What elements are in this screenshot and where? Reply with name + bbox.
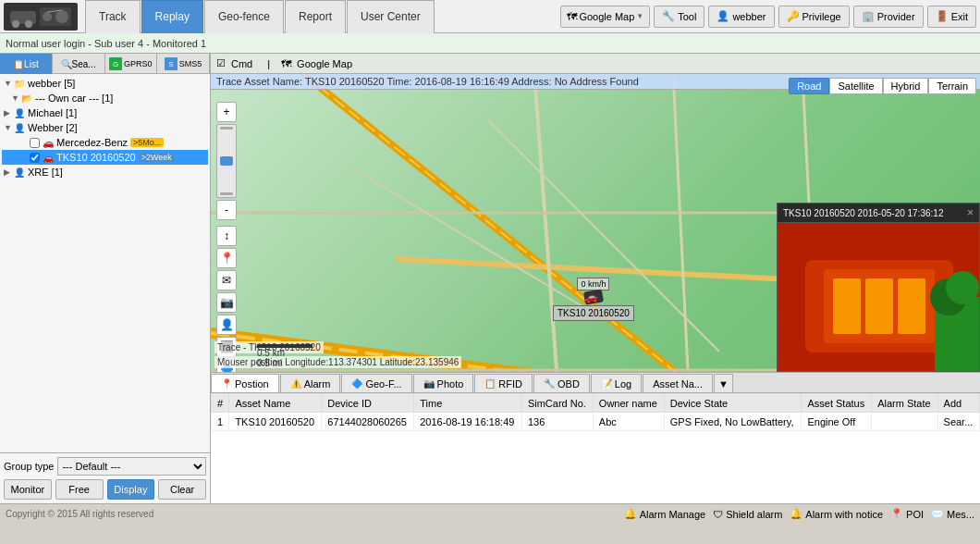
tab-rfid[interactable]: 📋 RFID	[474, 374, 533, 392]
clear-button[interactable]: Clear	[158, 479, 206, 500]
left-tab-sms[interactable]: S SMS5	[157, 54, 210, 74]
left-tab-gprs[interactable]: G GPRS0	[105, 54, 158, 74]
expand-xre[interactable]: ▶	[4, 167, 13, 177]
photo-popup-title: TKS10 20160520 2016-05-20 17:36:12 ×	[778, 204, 979, 223]
sms-icon: S	[165, 57, 178, 70]
tree-item-webber2[interactable]: ▼ 👤 Webber [2]	[2, 120, 208, 135]
tree-item-webber[interactable]: ▼ 📁 webber [5]	[2, 76, 208, 91]
add-column-icon: ▼	[718, 378, 729, 389]
tab-position[interactable]: 📍 Postion	[211, 374, 279, 392]
cmd-map-icon: 🗺	[281, 58, 291, 69]
tab-replay[interactable]: Replay	[141, 0, 203, 33]
folder-icon: 📁	[13, 77, 26, 90]
col-num: #	[212, 394, 229, 413]
expand-webber2[interactable]: ▼	[4, 123, 13, 132]
monitor-button[interactable]: Monitor	[4, 479, 52, 500]
col-simcard[interactable]: SimCard No.	[521, 394, 593, 413]
left-tab-search[interactable]: 🔍 Sea...	[53, 54, 105, 74]
checkbox-tks10[interactable]	[30, 153, 40, 163]
slider-thumb[interactable]	[220, 156, 233, 166]
user-button[interactable]: 👤 webber	[708, 6, 774, 28]
car-icon-mercedez: 🚗	[42, 136, 55, 149]
tree-panel: ▼ 📁 webber [5] ▼ 📂 --- Own car --- [1] ▶…	[0, 74, 210, 452]
tree-item-xre[interactable]: ▶ 👤 XRE [1]	[2, 165, 208, 179]
checkbox-mercedez[interactable]	[30, 138, 40, 148]
vehicle-speed-label: 0 km/h	[577, 278, 609, 291]
photo-popup-close-button[interactable]: ×	[967, 206, 974, 219]
gprs-icon: G	[109, 57, 122, 70]
provider-button[interactable]: 🏢 Provider	[853, 6, 924, 28]
tree-item-michael[interactable]: ▶ 👤 Michael [1]	[2, 105, 208, 120]
tab-add-column[interactable]: ▼	[714, 374, 733, 392]
map-tool-5[interactable]: 👤	[216, 315, 237, 335]
display-button[interactable]: Display	[107, 479, 155, 500]
tab-geo-fence[interactable]: 🔷 Geo-F...	[341, 374, 411, 392]
alarm-notice-item[interactable]: 🔔 Alarm with notice	[790, 508, 883, 520]
left-panel: 📋 List 🔍 Sea... G GPRS0 S SMS5 ▼ 📁 webbe…	[0, 54, 211, 503]
tab-photo[interactable]: 📷 Photo	[413, 374, 474, 392]
map-container[interactable]: Trace Asset Name: TKS10 20160520 Time: 2…	[211, 74, 980, 372]
zoom-in-button[interactable]: +	[216, 102, 237, 122]
tree-item-mercedez[interactable]: 🚗 Mercedez-Benz >5Mo...	[2, 135, 208, 150]
data-table: # Asset Name Device ID Time SimCard No. …	[211, 393, 980, 431]
privilege-button[interactable]: 🔑 Privilege	[778, 6, 850, 28]
tab-user-center[interactable]: User Center	[347, 0, 435, 33]
list-icon: 📋	[13, 59, 24, 69]
col-time[interactable]: Time	[414, 394, 522, 413]
cmd-label: Cmd	[231, 58, 252, 69]
app-logo	[4, 3, 78, 31]
free-button[interactable]: Free	[55, 479, 104, 500]
tree-item-own-car[interactable]: ▼ 📂 --- Own car --- [1]	[2, 91, 208, 105]
col-owner[interactable]: Owner name	[593, 394, 664, 413]
exit-button[interactable]: 🚪 Exit	[927, 6, 976, 28]
expand-webber[interactable]: ▼	[4, 79, 13, 88]
alarm-manage-icon: 🔔	[624, 508, 637, 520]
tab-asset-name[interactable]: Asset Na...	[643, 374, 713, 392]
shield-alarm-item[interactable]: 🛡 Shield alarm	[713, 508, 782, 520]
col-asset-name[interactable]: Asset Name	[229, 394, 322, 413]
map-tool-1[interactable]: ↕	[216, 226, 237, 246]
vehicle-marker[interactable]: 0 km/h 🚗 TKS10 20160520	[553, 278, 634, 321]
zoom-out-button[interactable]: -	[216, 200, 237, 220]
map-scale: 0.5 km 0.5 mi	[257, 344, 312, 368]
alarm-manage-item[interactable]: 🔔 Alarm Manage	[624, 508, 706, 520]
expand-tks10[interactable]	[20, 153, 30, 162]
map-type-road[interactable]: Road	[789, 78, 829, 94]
map-tool-2[interactable]: 📍	[216, 248, 237, 268]
mes-item[interactable]: ✉️ Mes...	[931, 508, 974, 520]
map-selector[interactable]: 🗺 Google Map ▼	[560, 6, 650, 28]
map-tool-3[interactable]: ✉	[216, 270, 237, 291]
tab-track[interactable]: Track	[85, 0, 141, 33]
log-icon: 📝	[601, 378, 612, 389]
col-asset-status[interactable]: Asset Status	[802, 394, 872, 413]
map-controls: + - ↕ 📍 ✉ 📷 👤 ⬛ 🔷	[216, 102, 237, 372]
poi-item[interactable]: 📍 POI	[890, 508, 924, 520]
col-add[interactable]: Add	[937, 394, 979, 413]
tab-log[interactable]: 📝 Log	[591, 374, 642, 392]
tab-obd[interactable]: 🔧 OBD	[533, 374, 590, 392]
geo-fence-tab-icon: 🔷	[351, 378, 362, 389]
zoom-slider[interactable]	[216, 124, 237, 198]
status-right: 🔔 Alarm Manage 🛡 Shield alarm 🔔 Alarm wi…	[624, 508, 974, 520]
group-type-select[interactable]: --- Default ---	[57, 457, 206, 476]
cell-simcard: 136	[521, 413, 593, 431]
expand-michael[interactable]: ▶	[4, 108, 13, 117]
map-type-hybrid[interactable]: Hybrid	[883, 78, 929, 94]
map-tool-4[interactable]: 📷	[216, 292, 237, 313]
col-alarm-state[interactable]: Alarm State	[872, 394, 937, 413]
tab-report[interactable]: Report	[285, 0, 346, 33]
alarm-notice-icon: 🔔	[790, 508, 802, 520]
map-type-satellite[interactable]: Satellite	[829, 78, 882, 94]
table-row[interactable]: 1 TKS10 20160520 67144028060265 2016-08-…	[212, 413, 980, 431]
tree-item-tks10[interactable]: 🚗 TKS10 20160520 >2Week	[2, 150, 208, 165]
expand-mercedez[interactable]	[20, 138, 30, 147]
tab-alarm[interactable]: ⚠️ Alarm	[280, 374, 341, 392]
left-tab-list[interactable]: 📋 List	[0, 54, 53, 74]
cmd-map-label: Google Map	[297, 58, 352, 69]
expand-own-car[interactable]: ▼	[11, 93, 20, 103]
col-device-state[interactable]: Device State	[664, 394, 802, 413]
tab-geo-fence[interactable]: Geo-fence	[204, 0, 284, 33]
col-device-id[interactable]: Device ID	[322, 394, 414, 413]
tool-button[interactable]: 🔧 Tool	[654, 6, 704, 28]
map-type-terrain[interactable]: Terrain	[928, 78, 976, 94]
